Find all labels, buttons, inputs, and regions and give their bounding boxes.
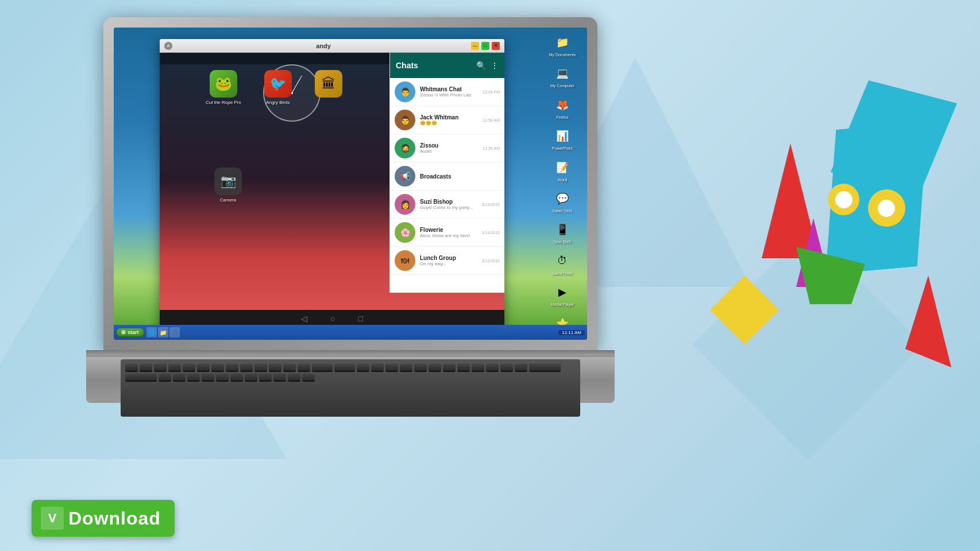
wa-info-suzibishop: Suzi Bishop Guys! Come to my party... (420, 199, 477, 210)
android-recents-btn[interactable]: □ (358, 314, 363, 323)
key-y[interactable] (429, 364, 441, 372)
key-10[interactable] (254, 364, 267, 372)
wa-name-flowerie: Flowerie (420, 227, 477, 233)
angrybirds-icon: 🐦 (264, 70, 292, 98)
key-backspace[interactable] (312, 364, 333, 372)
key-5[interactable] (183, 364, 195, 372)
taskbar-icon-media[interactable]: 🎵 (169, 327, 180, 337)
key-13[interactable] (298, 364, 310, 372)
key-s[interactable] (173, 374, 186, 382)
gametimer-label: GameTimer (552, 271, 573, 276)
key-8[interactable] (226, 364, 238, 372)
key-1[interactable] (125, 364, 138, 372)
andy-maximize-btn[interactable]: □ (481, 42, 489, 50)
wa-header: Chats 🔍 ⋮ (390, 53, 504, 78)
key-quote[interactable] (302, 374, 315, 382)
key-a[interactable] (159, 374, 171, 382)
wa-avatar-lunchgroup: 🍽 (395, 250, 415, 271)
desktop-icon-gametimer[interactable]: ⏱ GameTimer (542, 252, 582, 276)
key-u[interactable] (443, 364, 456, 372)
android-back-btn[interactable]: ◁ (301, 314, 307, 323)
key-r[interactable] (400, 364, 412, 372)
key-d[interactable] (187, 374, 200, 382)
wa-chat-jackwhitman[interactable]: 👨 Jack Whitman 😊😊😊 11:58 AM (390, 106, 504, 134)
key-p[interactable] (486, 364, 499, 372)
wa-info-whitmanschat: Whitmans Chat Zissou 's Wills Photo Lab (420, 86, 478, 98)
key-q[interactable] (357, 364, 369, 372)
laptop-keyboard (121, 359, 580, 417)
key-bracket-r[interactable] (515, 364, 527, 372)
key-11[interactable] (269, 364, 281, 372)
wa-preview-flowerie: Alice, those are my favs! (420, 233, 477, 238)
cutterope-icon: 🐸 (210, 70, 237, 98)
powerpoint-icon: 📊 (553, 127, 572, 145)
key-i[interactable] (457, 364, 470, 372)
desktop-icon-mediaplayer[interactable]: ▶ Media Player (542, 283, 582, 307)
wa-chat-whitmanschat[interactable]: 👨 Whitmans Chat Zissou 's Wills Photo La… (390, 78, 504, 106)
key-l[interactable] (273, 374, 286, 382)
word-label: Word (558, 178, 568, 183)
key-g[interactable] (216, 374, 229, 382)
start-button[interactable]: ⊞ start (116, 328, 144, 337)
key-w[interactable] (371, 364, 384, 372)
taskbar-icon-folder[interactable]: 📁 (158, 327, 168, 337)
desktop-icon-powerpoint[interactable]: 📊 PowerPoint (542, 127, 582, 151)
key-o[interactable] (472, 364, 484, 372)
wa-chat-broadcasts[interactable]: 📢 Broadcasts (390, 162, 504, 191)
wa-name-jackwhitman: Jack Whitman (420, 114, 478, 121)
taskbar-icon-ie[interactable]: 🌐 (146, 327, 157, 337)
desktop-icon-mydocs[interactable]: 📁 My Documents (542, 33, 582, 57)
key-h[interactable] (230, 374, 243, 382)
mydocs-icon: 📁 (553, 33, 572, 52)
android-app-angrybirds[interactable]: 🐦 Angry Birds (264, 70, 292, 105)
download-button[interactable]: V Download (32, 500, 175, 537)
android-app-cutterope[interactable]: 🐸 Cut the Rope Pro (206, 70, 241, 105)
sms1-icon: 💬 (553, 189, 572, 208)
android-app-temple[interactable]: 🏛 (315, 70, 342, 105)
key-tab[interactable] (334, 364, 355, 372)
camera-label: Camera (220, 197, 236, 203)
key-e[interactable] (385, 364, 398, 372)
wa-name-zissou: Zissou (420, 142, 478, 149)
key-k[interactable] (259, 374, 272, 382)
key-3[interactable] (154, 364, 167, 372)
key-bracket-l[interactable] (500, 364, 513, 372)
wa-chat-zissou[interactable]: 🧔 Zissou Audio 11:55 AM (390, 134, 504, 162)
android-home-btn[interactable]: ○ (330, 314, 335, 323)
key-f[interactable] (202, 374, 214, 382)
wa-preview-lunchgroup: On my way... (420, 261, 477, 266)
wa-search-icon[interactable]: 🔍 (476, 61, 486, 70)
desktop-icon-sms1[interactable]: 💬 Safari SMS (542, 189, 582, 214)
desktop-icon-mycomputer[interactable]: 💻 My Computer (542, 64, 582, 88)
key-7[interactable] (211, 364, 224, 372)
andy-close-btn[interactable]: ✕ (492, 42, 500, 50)
mycomputer-icon: 💻 (553, 64, 572, 83)
wa-chat-suzibishop[interactable]: 👩 Suzi Bishop Guys! Come to my party... … (390, 191, 504, 219)
key-t[interactable] (414, 364, 427, 372)
key-j[interactable] (245, 374, 257, 382)
taskbar-clock: 11:11 AM (558, 330, 585, 335)
wa-info-flowerie: Flowerie Alice, those are my favs! (420, 227, 477, 238)
desktop-icon-firefox[interactable]: 🦊 Firefox (542, 96, 582, 120)
desktop-icon-word[interactable]: 📝 Word (542, 158, 582, 183)
whatsapp-panel: Chats 🔍 ⋮ 👨 Whitmans Ch (389, 53, 504, 293)
wa-name-broadcasts: Broadcasts (420, 173, 495, 180)
start-label: start (128, 329, 139, 335)
key-6[interactable] (197, 364, 210, 372)
wa-chat-lunchgroup[interactable]: 🍽 Lunch Group On my way... 3/12/2015 (390, 247, 504, 275)
andy-minimize-btn[interactable]: — (471, 42, 479, 50)
desktop-icon-sms2[interactable]: 📱 Sext SMS (542, 220, 582, 245)
key-semi[interactable] (288, 374, 300, 382)
key-4[interactable] (168, 364, 181, 372)
andy-emulator-window: A andy — □ ✕ 📶 🔋 (160, 39, 504, 340)
key-12[interactable] (283, 364, 296, 372)
key-caps[interactable] (125, 374, 157, 382)
wa-time-jackwhitman: 11:58 AM (483, 118, 500, 122)
key-9[interactable] (240, 364, 253, 372)
wa-avatar-zissou: 🧔 (395, 138, 415, 158)
wa-menu-icon[interactable]: ⋮ (491, 61, 499, 70)
key-2[interactable] (140, 364, 152, 372)
key-enter[interactable] (529, 364, 561, 372)
wa-chat-flowerie[interactable]: 🌸 Flowerie Alice, those are my favs! 3/1… (390, 219, 504, 247)
android-camera-app[interactable]: 📷 Camera (214, 168, 242, 203)
